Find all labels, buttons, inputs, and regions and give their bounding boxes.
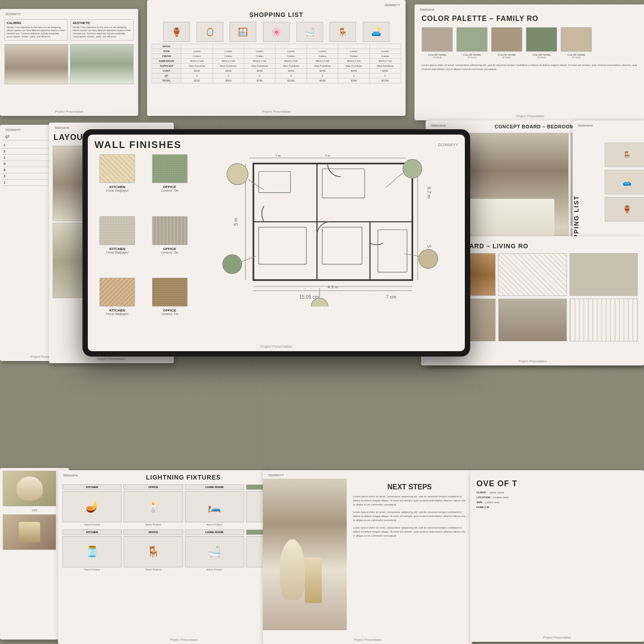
color-name-2: COLOR NAME#F76540 <box>463 53 481 59</box>
swatch-office-2: OFFICE Ceramic Tile <box>147 216 193 274</box>
floor-plan-container: 7 m <box>197 154 458 335</box>
location-field: LOCATION – location here <box>476 496 638 499</box>
room-image-left <box>4 44 68 84</box>
material-fabric-1 <box>498 253 566 296</box>
living-label-2: LIVING ROOM <box>185 529 244 535</box>
slide-date: DD/MM/YY <box>385 4 400 7</box>
swatch-subtitle-2: Ceramic Tile <box>161 189 178 192</box>
ns-title: NEXT STEPS <box>353 483 466 491</box>
color-name-4: COLOR NAME#F76840 <box>533 53 550 59</box>
svg-rect-5 <box>322 169 365 198</box>
slide-date-label: DD/MM/YY <box>5 12 21 16</box>
shopping-items-right: 🪑 🛋️ 🏺 <box>605 143 644 222</box>
slide-footer: Project Presentation <box>147 110 406 113</box>
fixture-kitchen-2: KITCHEN 🫙 Name Product <box>62 529 122 571</box>
slidename: Slidename <box>578 124 593 127</box>
kitchen-product-label: Name Product <box>62 523 122 526</box>
tablet-screen: WALL FINISHES DD/MM/YY KITCHEN Floral Wa… <box>88 135 465 351</box>
svg-point-25 <box>223 254 242 274</box>
size-field: SIZE – project area <box>476 501 638 504</box>
product-left-2 <box>3 514 56 550</box>
swatch-title-4: OFFICE <box>163 247 176 251</box>
office-label: OFFICE <box>123 484 183 490</box>
slide-overview: OVE OF T CLIENT – clients name LOCATION … <box>470 470 644 642</box>
swatch-subtitle-6: Ceramic Tile <box>161 312 178 316</box>
living-fixture-img-2: 🛁 <box>185 536 244 567</box>
ns-para-3: Lorem ipsum dolor sit amet, consectetur … <box>353 526 466 538</box>
office-label-2: OFFICE <box>123 529 183 535</box>
color-swatch-4: COLOR NAME#F76840 <box>526 27 557 59</box>
wall-finishes-slide: WALL FINISHES DD/MM/YY KITCHEN Floral Wa… <box>88 135 465 351</box>
dim-top: 7 m <box>197 154 458 157</box>
swatch-box-6 <box>152 278 188 307</box>
qt-col-header: QT <box>5 135 10 138</box>
slidename: Slidename <box>431 124 446 127</box>
wf-title: WALL FINISHES <box>94 139 182 151</box>
swatch-office-1: OFFICE Ceramic Tile <box>147 154 193 212</box>
dim-7m: 7 m <box>275 154 281 157</box>
color-name-3: COLOR NAME#F76640 <box>498 53 516 59</box>
family-label: FAMILY M <box>476 506 489 509</box>
kitchen-product-label-2: Name Product <box>62 568 122 571</box>
living-fixture-img: 🛏️ <box>185 491 244 522</box>
svg-text:6.7 m: 6.7 m <box>427 187 432 199</box>
swatch-kitchen-3: KITCHEN Floral Wallpaper <box>94 278 140 335</box>
item-3: 🏺 <box>605 197 644 222</box>
slide-footer: Project Presentation <box>414 115 644 118</box>
swatch-title-1: KITCHEN <box>109 185 125 189</box>
product-img-4: 🌸 <box>263 22 290 42</box>
slide-header: DD/MM/YY <box>147 0 406 8</box>
svg-text:4.9 m: 4.9 m <box>328 284 338 289</box>
svg-point-27 <box>418 249 438 268</box>
material-stone <box>570 253 638 296</box>
living-label: LIVING ROOM <box>185 484 244 490</box>
office-fixture-img-2: 🪑 <box>123 536 183 567</box>
aesthetic-text: Identify 3 key objectives for the area y… <box>73 26 131 38</box>
fixture-living: LIVING ROOM 🛏️ Name Product <box>185 484 244 526</box>
living-product-label-2: Name Product <box>185 568 244 571</box>
kitchen-label-2: KITCHEN <box>62 529 122 535</box>
shopping-table: IMAGE ITEM LoremLoremLoremLoremLoremLore… <box>152 44 401 83</box>
slidename: Slidename <box>54 126 69 129</box>
ns-para-1: Lorem ipsum dolor sit amet, consectetur … <box>353 495 466 507</box>
product-img-5: 🛁 <box>296 22 323 42</box>
ns-para-2: Lorem ipsum dolor sit amet, consectetur … <box>353 510 466 522</box>
size-value: project area <box>485 501 500 504</box>
kitchen-fixture-img: 🪔 <box>62 491 122 522</box>
shopping-list-title: SHOPPING LIST <box>147 8 406 21</box>
date: DD/MM/YY <box>268 474 284 477</box>
fixture-office: OFFICE 🕯️ Name Product <box>123 484 183 526</box>
product-left-1 <box>3 471 56 506</box>
client-label: CLIENT – <box>476 491 489 494</box>
wf-body: KITCHEN Floral Wallpaper OFFICE Ceramic … <box>94 154 458 335</box>
client-value: clients name <box>489 491 504 494</box>
product-ces-label: CES <box>3 509 66 512</box>
svg-point-23 <box>403 159 422 178</box>
swatch-box-1 <box>99 154 135 183</box>
color-palette-title: COLOR PALETTE – FAMILY RO <box>422 15 639 23</box>
material-concrete <box>498 299 566 341</box>
swatch-title-2: OFFICE <box>163 185 176 189</box>
slide-footer: Project Presentation <box>470 636 644 639</box>
svg-rect-6 <box>258 227 306 264</box>
color-swatch-1: COLOR NAME#F76540 <box>422 27 453 59</box>
aesthetic-label: AESTHETIC <box>73 21 131 25</box>
slide-header: DD/MM/YY <box>263 470 472 479</box>
slide-footer: Project Presentation <box>263 638 472 641</box>
slide-design-objectives: DD/MM/YY CALMING Identify 3 key objectiv… <box>0 9 138 116</box>
swatch-office-3: OFFICE Ceramic Tile <box>147 278 193 335</box>
office-fixture-img: 🕯️ <box>123 491 183 522</box>
slide-color-palette: Slidename COLOR PALETTE – FAMILY RO COLO… <box>414 4 644 120</box>
svg-line-24 <box>386 173 403 187</box>
swatch-box-2 <box>152 154 188 183</box>
next-steps-text: NEXT STEPS Lorem ipsum dolor sit amet, c… <box>347 479 472 630</box>
slide-header: Slidename <box>414 4 644 13</box>
swatch-subtitle-5: Floral Wallpaper <box>106 312 129 316</box>
wf-swatches-grid: KITCHEN Floral Wallpaper OFFICE Ceramic … <box>94 154 193 335</box>
item-2: 🛋️ <box>605 170 644 194</box>
product-img-7: 🛋️ <box>363 22 390 42</box>
fixture-kitchen: KITCHEN 🪔 Name Product <box>62 484 122 526</box>
svg-rect-7 <box>322 227 362 264</box>
slidename-label: Slidename <box>420 8 435 11</box>
color-swatch-5: COLOR NAME#F76940 <box>561 27 592 59</box>
